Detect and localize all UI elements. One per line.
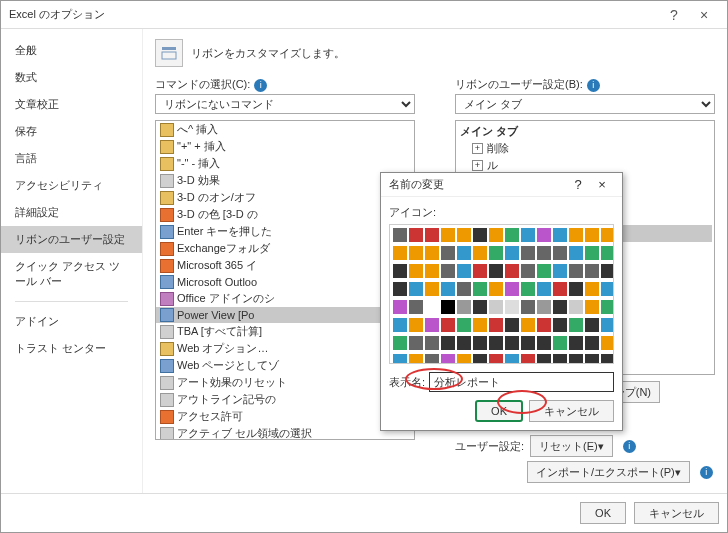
- icon-choice[interactable]: [505, 354, 519, 364]
- commands-combo[interactable]: リボンにないコマンド: [155, 94, 415, 114]
- icon-choice[interactable]: [441, 354, 455, 364]
- list-item[interactable]: Exchangeフォルダ: [156, 240, 414, 257]
- sidebar-item[interactable]: 言語: [1, 145, 142, 172]
- sidebar-item[interactable]: アドイン: [1, 308, 142, 335]
- icon-choice[interactable]: [457, 354, 471, 364]
- sidebar-item[interactable]: アクセシビリティ: [1, 172, 142, 199]
- icon-choice[interactable]: [505, 336, 519, 350]
- dialog-ok-button[interactable]: OK: [475, 400, 523, 422]
- icon-choice[interactable]: [537, 300, 551, 314]
- icon-choice[interactable]: [409, 228, 423, 242]
- icon-choice[interactable]: [505, 264, 519, 278]
- icon-choice[interactable]: [409, 318, 423, 332]
- help-button[interactable]: ?: [659, 7, 689, 23]
- info-icon[interactable]: i: [623, 440, 636, 453]
- icon-choice[interactable]: [521, 228, 535, 242]
- icon-choice[interactable]: [425, 264, 439, 278]
- icon-choice[interactable]: [601, 246, 614, 260]
- list-item[interactable]: 3-D の色 [3-D の: [156, 206, 414, 223]
- icon-choice[interactable]: [393, 282, 407, 296]
- icon-choice[interactable]: [473, 336, 487, 350]
- icon-choice[interactable]: [537, 282, 551, 296]
- icon-choice[interactable]: [441, 318, 455, 332]
- info-icon[interactable]: i: [587, 79, 600, 92]
- sidebar-item[interactable]: 文章校正: [1, 91, 142, 118]
- icon-choice[interactable]: [457, 300, 471, 314]
- icon-choice[interactable]: [409, 246, 423, 260]
- list-item[interactable]: Power View [Po: [156, 307, 414, 323]
- ribbon-combo[interactable]: メイン タブ: [455, 94, 715, 114]
- sidebar-item[interactable]: 全般: [1, 37, 142, 64]
- info-icon[interactable]: i: [254, 79, 267, 92]
- icon-choice[interactable]: [505, 228, 519, 242]
- icon-choice[interactable]: [585, 246, 599, 260]
- icon-choice[interactable]: [521, 246, 535, 260]
- icon-choice[interactable]: [585, 228, 599, 242]
- icon-choice[interactable]: [393, 354, 407, 364]
- icon-choice[interactable]: [585, 300, 599, 314]
- icon-choice[interactable]: [537, 336, 551, 350]
- display-name-input[interactable]: [429, 372, 614, 392]
- icon-choice[interactable]: [601, 354, 614, 364]
- icon-choice[interactable]: [489, 336, 503, 350]
- sidebar-item[interactable]: クイック アクセス ツール バー: [1, 253, 142, 295]
- icon-choice[interactable]: [489, 300, 503, 314]
- icon-choice[interactable]: [489, 264, 503, 278]
- list-item[interactable]: へ^ 挿入: [156, 121, 414, 138]
- icon-choice[interactable]: [441, 336, 455, 350]
- icon-choice[interactable]: [537, 318, 551, 332]
- list-item[interactable]: アクセス許可: [156, 408, 414, 425]
- icon-choice[interactable]: [553, 354, 567, 364]
- cancel-button[interactable]: キャンセル: [634, 502, 719, 524]
- list-item[interactable]: Enter キーを押した: [156, 223, 414, 240]
- icon-choice[interactable]: [457, 264, 471, 278]
- info-icon[interactable]: i: [700, 466, 713, 479]
- list-item[interactable]: Web オプション…: [156, 340, 414, 357]
- icon-choice[interactable]: [601, 264, 614, 278]
- list-item[interactable]: 3-D 効果: [156, 172, 414, 189]
- list-item[interactable]: 3-D のオン/オフ: [156, 189, 414, 206]
- icon-choice[interactable]: [457, 318, 471, 332]
- icon-choice[interactable]: [473, 282, 487, 296]
- icon-choice[interactable]: [553, 246, 567, 260]
- icon-choice[interactable]: [409, 300, 423, 314]
- icon-choice[interactable]: [505, 246, 519, 260]
- icon-choice[interactable]: [489, 318, 503, 332]
- icon-choice[interactable]: [393, 264, 407, 278]
- icon-choice[interactable]: [601, 336, 614, 350]
- icon-choice[interactable]: [601, 282, 614, 296]
- icon-choice[interactable]: [585, 264, 599, 278]
- icon-choice[interactable]: [441, 264, 455, 278]
- icon-choice[interactable]: [393, 300, 407, 314]
- icon-choice[interactable]: [537, 228, 551, 242]
- icon-choice[interactable]: [425, 228, 439, 242]
- icon-choice[interactable]: [425, 300, 439, 314]
- icon-choice[interactable]: [473, 354, 487, 364]
- icon-choice[interactable]: [553, 228, 567, 242]
- icon-choice[interactable]: [489, 246, 503, 260]
- icon-choice[interactable]: [569, 228, 583, 242]
- icon-choice[interactable]: [489, 354, 503, 364]
- icon-choice[interactable]: [569, 354, 583, 364]
- icon-choice[interactable]: [457, 228, 471, 242]
- icon-choice[interactable]: [553, 336, 567, 350]
- icon-choice[interactable]: [425, 246, 439, 260]
- icon-choice[interactable]: [553, 300, 567, 314]
- commands-list[interactable]: へ^ 挿入"+" + 挿入"-" - 挿入3-D 効果3-D のオン/オフ3-D…: [155, 120, 415, 440]
- sidebar-item[interactable]: 詳細設定: [1, 199, 142, 226]
- list-item[interactable]: アクティブ セル領域の選択: [156, 425, 414, 440]
- dialog-close-button[interactable]: ×: [590, 177, 614, 192]
- icon-choice[interactable]: [521, 354, 535, 364]
- icon-choice[interactable]: [473, 246, 487, 260]
- icon-choice[interactable]: [553, 318, 567, 332]
- list-item[interactable]: Web ページとしてゾ: [156, 357, 414, 374]
- reset-button[interactable]: リセット(E) ▾: [530, 435, 613, 457]
- icon-choice[interactable]: [457, 282, 471, 296]
- icon-choice[interactable]: [601, 228, 614, 242]
- icon-choice[interactable]: [537, 264, 551, 278]
- list-item[interactable]: TBA [すべて計算]: [156, 323, 414, 340]
- icon-choice[interactable]: [569, 282, 583, 296]
- icon-choice[interactable]: [553, 264, 567, 278]
- dialog-help-button[interactable]: ?: [566, 177, 590, 192]
- icon-choice[interactable]: [425, 318, 439, 332]
